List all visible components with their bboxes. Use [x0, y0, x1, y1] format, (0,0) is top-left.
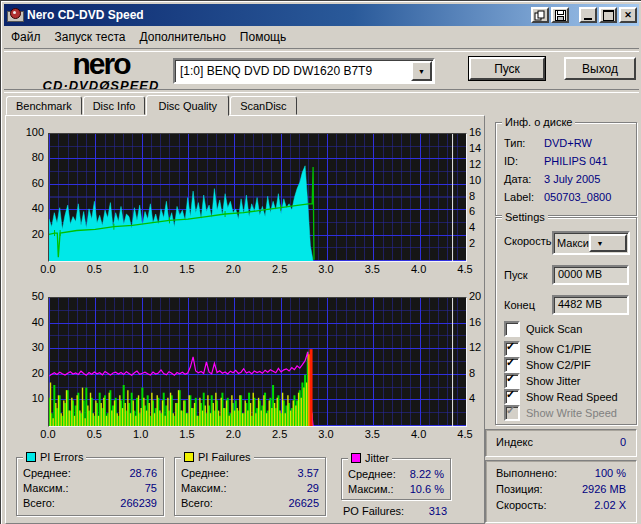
checkbox-show-jitter[interactable]: ✓Show Jitter — [504, 374, 580, 388]
check-icon: ✓ — [506, 404, 515, 417]
speed-select[interactable]: Максимум ▼ — [552, 231, 630, 255]
pi-failures-color-swatch — [184, 452, 194, 462]
checkbox-quick-scan[interactable]: Quick Scan — [504, 322, 582, 336]
checkbox-box[interactable]: ✓ — [504, 357, 520, 373]
axis-tick-label: 3.0 — [314, 428, 338, 440]
axis-tick-label: 8 — [469, 190, 491, 202]
stat-value: 266239 — [120, 496, 157, 511]
index-panel: Индекс 0 — [485, 429, 637, 457]
scan-end-field[interactable]: 4482 MB — [552, 295, 629, 315]
drive-select[interactable]: [1:0] BENQ DVD DD DW1620 B7T9 ▼ — [173, 58, 435, 84]
close-button[interactable]: ✕ — [619, 7, 637, 23]
axis-tick-label: 4.0 — [407, 263, 431, 275]
checkbox-show-c2-pif[interactable]: ✓Show C2/PIF — [504, 358, 591, 372]
start-button[interactable]: Пуск — [469, 57, 545, 80]
axis-tick-label: 20 — [469, 290, 491, 302]
copy-button[interactable] — [531, 7, 549, 23]
axis-tick-label: 8 — [469, 367, 491, 379]
speed-label: Скорость — [504, 235, 552, 247]
stat-label: Среднее: — [348, 467, 396, 482]
stat-label: Максим.: — [181, 481, 227, 496]
stat-row: Максим.:75 — [23, 481, 157, 496]
drive-select-value: [1:0] BENQ DVD DD DW1620 B7T9 — [175, 64, 411, 78]
stat-group-title: Jitter — [348, 452, 392, 464]
status-row-2: Скорость:2.02 X — [486, 497, 636, 513]
axis-tick-label: 60 — [16, 177, 44, 189]
axis-tick-label: 3.5 — [360, 263, 384, 275]
checkbox-label: Show Write Speed — [526, 407, 617, 419]
tab-scandisc[interactable]: ScanDisc — [230, 96, 296, 115]
tab-benchmark[interactable]: Benchmark — [6, 96, 82, 115]
axis-tick-label: 3.0 — [314, 263, 338, 275]
stat-label: Всего: — [181, 496, 213, 511]
axis-tick-label: 16 — [469, 316, 491, 328]
stat-value: 75 — [145, 481, 157, 496]
menu-item-3[interactable]: Помощь — [233, 28, 293, 46]
status-row-0: Выполнено:100 % — [486, 465, 636, 481]
axis-tick-label: 0.0 — [36, 428, 60, 440]
stat-label: Максим.: — [348, 482, 394, 497]
tab-disc-info[interactable]: Disc Info — [83, 96, 146, 115]
disc-info-value-1: PHILIPS 041 — [544, 155, 608, 167]
axis-tick-label: 14 — [469, 142, 491, 154]
checkbox-box[interactable]: ✓ — [504, 389, 520, 405]
stat-value: 3.57 — [298, 466, 319, 481]
index-value: 0 — [620, 430, 626, 454]
checkbox-box[interactable]: ✓ — [504, 341, 520, 357]
scan-start-field[interactable]: 0000 MB — [552, 265, 629, 285]
stat-rows: Среднее:28.76Максим.:75Всего:266239 — [23, 466, 157, 511]
stat-label: Всего: — [23, 496, 55, 511]
stat-rows: Среднее:8.22 %Максим.:10.6 % — [348, 467, 444, 497]
menu-item-0[interactable]: Файл — [4, 28, 48, 46]
drive-select-arrow[interactable]: ▼ — [411, 61, 432, 81]
stat-row: Максим.:29 — [181, 481, 319, 496]
menu-bar: ФайлЗапуск тестаДополнительноПомощь — [4, 27, 639, 47]
stat-title-text: Jitter — [365, 452, 389, 464]
maximize-button[interactable] — [599, 7, 617, 23]
checkbox-box[interactable] — [504, 321, 520, 337]
exit-button[interactable]: Выход — [564, 57, 636, 80]
stat-row: Всего:266239 — [23, 496, 157, 511]
pi-failures-chart — [48, 297, 467, 427]
axis-tick-label: 0.5 — [82, 263, 106, 275]
stat-title-text: PI Failures — [198, 451, 251, 463]
axis-tick-label: 20 — [16, 228, 44, 240]
close-icon: ✕ — [624, 10, 632, 20]
checkbox-show-c1-pie[interactable]: ✓Show C1/PIE — [504, 342, 591, 356]
stat-value: 28.76 — [129, 466, 157, 481]
disc-info-label-3: Label: — [504, 191, 534, 203]
axis-tick-label: 30 — [16, 341, 44, 353]
scan-start-label: Пуск — [504, 269, 528, 281]
stat-value: 26625 — [288, 496, 319, 511]
stat-rows: Среднее:3.57Максим.:29Всего:26625 — [181, 466, 319, 511]
checkbox-box[interactable]: ✓ — [504, 373, 520, 389]
disc-info-label-1: ID: — [504, 155, 518, 167]
tab-disc-quality[interactable]: Disc Quality — [146, 95, 229, 116]
chevron-down-icon: ▼ — [418, 68, 425, 75]
index-label: Индекс — [496, 430, 533, 454]
checkbox-show-read-speed[interactable]: ✓Show Read Speed — [504, 390, 618, 404]
checkbox-label: Quick Scan — [526, 323, 582, 335]
check-icon: ✓ — [506, 388, 515, 401]
axis-tick-label: 1.0 — [129, 428, 153, 440]
header-separator — [4, 89, 639, 93]
minimize-button[interactable] — [579, 7, 597, 23]
disc-info-value-0: DVD+RW — [544, 137, 592, 149]
disc-quality-page: 100806040201614121086420.00.51.01.52.02.… — [5, 115, 485, 524]
stat-row: Среднее:28.76 — [23, 466, 157, 481]
pi-errors-color-swatch — [26, 452, 36, 462]
checkbox-label: Show Read Speed — [526, 391, 618, 403]
window-title: Nero CD-DVD Speed — [27, 8, 144, 22]
menu-item-1[interactable]: Запуск теста — [48, 28, 133, 46]
axis-tick-label: 2.0 — [221, 428, 245, 440]
check-icon: ✓ — [506, 372, 515, 385]
pi-errors-chart — [48, 133, 467, 262]
disc-info-label-0: Тип: — [504, 137, 525, 149]
title-bar[interactable]: Nero CD-DVD Speed ✕ — [4, 4, 639, 26]
app-icon — [7, 8, 23, 22]
axis-tick-label: 1.0 — [129, 263, 153, 275]
speed-select-arrow[interactable]: ▼ — [589, 234, 628, 252]
menu-item-2[interactable]: Дополнительно — [132, 28, 232, 46]
tab-strip: BenchmarkDisc InfoDisc QualityScanDisc — [6, 95, 298, 115]
save-button[interactable] — [551, 7, 569, 23]
